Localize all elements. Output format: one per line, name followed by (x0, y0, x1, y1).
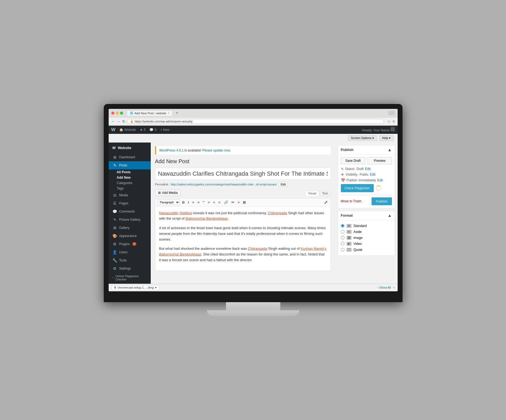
editor-area[interactable]: Nawazuddin Siddiqui reveals it was not j… (155, 206, 331, 271)
publish-box-body: Save Draft Preview ✎ Status: Draft Edit … (338, 154, 395, 208)
sidebar-item-gallery[interactable]: ⊞ Gallery (109, 224, 151, 232)
format-radio-standard[interactable] (341, 224, 344, 228)
publish-box-toggle[interactable]: ▲ (388, 147, 392, 152)
download-item[interactable]: ⬇ chromecast-setup.1.....dmg ▾ (111, 285, 159, 290)
bookmark-icon[interactable]: ☆ (387, 119, 391, 124)
close-download-bar-icon[interactable]: × (393, 286, 395, 289)
link-nawazuddin[interactable]: Nawazuddin (159, 211, 179, 215)
sidebar-item-posts[interactable]: ✎ Posts (109, 161, 151, 169)
download-bar: ⬇ chromecast-setup.1.....dmg ▾ ↑ Show Al… (109, 284, 398, 291)
format-box-toggle[interactable]: ▲ (388, 213, 392, 218)
align-left-button[interactable]: ≡ (207, 200, 211, 205)
sidebar-item-settings[interactable]: ⚙ Settings (109, 264, 151, 273)
refresh-button[interactable]: ↻ (122, 119, 125, 124)
more-button[interactable]: ≡ (237, 200, 241, 205)
admin-bar-updates[interactable]: ★ 5 (140, 128, 146, 132)
table-button[interactable]: ⊞ (242, 200, 247, 205)
link-babumoshai[interactable]: Babumoshai Bandookbaaz (186, 216, 228, 220)
bold-button[interactable]: B (181, 200, 186, 205)
visibility-icon: 👁 (341, 173, 344, 177)
publish-button[interactable]: Publish (372, 197, 392, 205)
sidebar-sub-add-new[interactable]: Add New (109, 175, 151, 180)
publish-box-title: Publish (341, 148, 354, 152)
unordered-list-button[interactable]: ≡ (191, 200, 195, 205)
sidebar-item-appearance[interactable]: 🎨 Appearance (109, 232, 151, 240)
add-media-label: Add Media (162, 191, 178, 195)
link-siddiqui[interactable]: Siddiqui (180, 211, 192, 215)
admin-bar-comments[interactable]: 💬 0 (149, 128, 156, 132)
publish-time-edit-link[interactable]: Edit (377, 178, 383, 182)
preview-button[interactable]: Preview (367, 157, 392, 164)
add-media-button[interactable]: ⊞ Add Media (155, 190, 181, 196)
sidebar-item-label: Gallery (119, 226, 130, 230)
link-babumoshai2[interactable]: Babumoshai Bandookbaaz (159, 252, 201, 256)
visibility-edit-link[interactable]: Edit (370, 173, 376, 176)
sidebar-item-tools[interactable]: 🔧 Tools (109, 256, 151, 264)
screen-options-button[interactable]: Screen Options ▾ (348, 135, 377, 141)
format-radio-aside[interactable] (341, 230, 344, 233)
sidebar-item-picture-gallery[interactable]: ✎ Picture Gallery (109, 216, 151, 224)
sidebar-item-pages[interactable]: ☰ Pages (109, 199, 151, 207)
forward-button[interactable]: → (117, 119, 121, 124)
sidebar-item-comments[interactable]: 💬 Comments (109, 207, 151, 216)
link-button[interactable]: 🔗 (223, 200, 229, 205)
new-tab-button[interactable]: + (176, 110, 178, 115)
traffic-lights[interactable] (111, 112, 123, 115)
sidebar-item-media[interactable]: ⊟ Media (109, 191, 151, 199)
sidebar-sub-categories[interactable]: Categories (109, 180, 151, 186)
status-edit-link[interactable]: Edit (365, 167, 371, 171)
sidebar-item-users[interactable]: 👤 Users (109, 248, 151, 256)
save-draft-button[interactable]: Save Draft (341, 157, 365, 164)
standard-icon: ★ (347, 224, 351, 228)
publish-action-row: Save Draft Preview (341, 157, 392, 164)
tab-text[interactable]: Text (319, 191, 331, 196)
unlink-button[interactable]: ✂ (231, 200, 235, 205)
admin-avatar (391, 127, 395, 131)
wp-logo[interactable]: W (111, 127, 115, 132)
link-chitrangada[interactable]: Chitrangada (268, 211, 287, 215)
update-version-link[interactable]: WordPress 4.8.1 (159, 149, 184, 152)
back-button[interactable]: ← (111, 119, 115, 124)
ordered-list-button[interactable]: ≡ (197, 200, 200, 205)
check-plagiarism-button[interactable]: Check Plagiarism (341, 184, 374, 192)
tab-visual[interactable]: Visual (305, 191, 319, 196)
browser-tab[interactable]: 🌐 Add New Post ‹ website × (127, 110, 173, 116)
format-radio-quote[interactable] (341, 248, 344, 251)
link-chitrangada2[interactable]: Chitrangada (248, 247, 267, 251)
italic-button[interactable]: I (187, 200, 190, 205)
maximize-button[interactable] (120, 112, 123, 115)
format-radio-image[interactable] (341, 236, 344, 239)
sidebar-sub-all-posts[interactable]: All Posts (109, 169, 151, 175)
show-all-link[interactable]: ↑ Show All (377, 286, 391, 289)
update-now-link[interactable]: Please update now. (202, 149, 231, 152)
sidebar-item-plagiarism-checker[interactable]: ~ Online Plagiarism Checker (109, 273, 151, 283)
format-select[interactable]: Paragraph (158, 200, 180, 205)
fullscreen-button[interactable]: ⤢ (323, 200, 328, 205)
admin-bar-site[interactable]: 🏠 Website (119, 128, 136, 132)
address-bar[interactable]: 🔒 https://website.com/wp-admin/post-new.… (127, 119, 384, 124)
align-center-button[interactable]: ≡ (212, 200, 216, 205)
dashboard-icon: ⊞ (112, 155, 117, 159)
format-radio-video[interactable] (341, 242, 344, 245)
sidebar-item-dashboard[interactable]: ⊞ Dashboard (109, 153, 151, 161)
permalink-url[interactable]: http://nptest.whizzygeeks.com/uncategori… (171, 183, 277, 186)
post-title-input[interactable] (155, 168, 331, 180)
permalink-edit-button[interactable]: Edit (278, 182, 288, 187)
link-kushan[interactable]: Kushan Nandy's (301, 247, 326, 251)
blockquote-button[interactable]: " (202, 200, 205, 205)
loading-spinner (376, 185, 381, 191)
minimize-button[interactable] (116, 112, 119, 115)
sidebar-sub-tags[interactable]: Tags (109, 186, 151, 191)
move-to-trash-link[interactable]: Move to Trash (341, 199, 362, 203)
sidebar-item-label: Tools (119, 258, 127, 262)
sidebar-item-plugins[interactable]: ⚙ Plugins 3 (109, 240, 151, 248)
help-button[interactable]: Help ▾ (379, 135, 394, 141)
tab-close-icon[interactable]: × (168, 112, 169, 115)
admin-bar-new[interactable]: + New (160, 128, 169, 132)
menu-icon[interactable]: ≡ (392, 119, 395, 124)
close-button[interactable] (111, 112, 114, 115)
trash-publish-row: Move to Trash Publish (341, 197, 392, 205)
settings-icon: ⚙ (112, 266, 117, 271)
browser-nav-bar: ← → ↻ 🔒 https://website.com/wp-admin/pos… (109, 118, 398, 125)
align-right-button[interactable]: ≡ (218, 200, 221, 205)
